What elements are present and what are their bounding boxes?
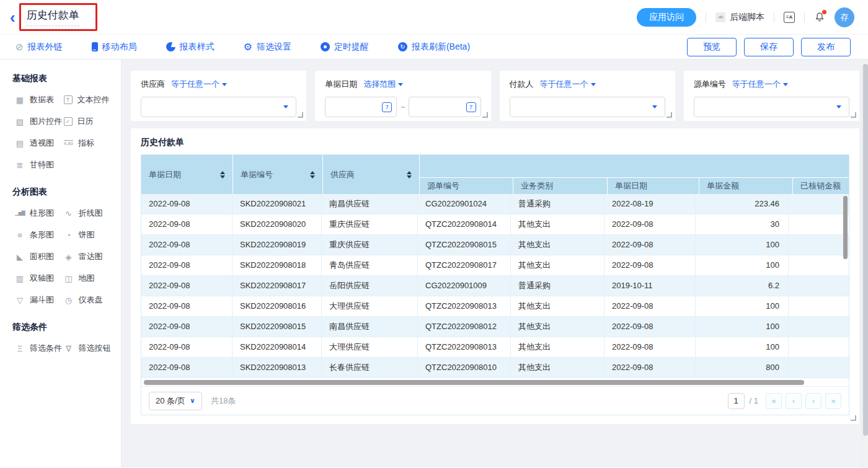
data-table-widget[interactable]: 历史付款单 单据日期 单据编号 供应商: [131, 128, 859, 424]
notification-bell-icon[interactable]: [814, 11, 825, 23]
caret-down-icon: [836, 105, 841, 111]
cell-supplier: 大理供应链: [322, 296, 418, 316]
section-title: 分析图表: [12, 187, 112, 198]
prev-page-button[interactable]: ‹: [786, 393, 802, 409]
filter-operator-link[interactable]: 选择范围: [363, 79, 403, 90]
table-title: 历史付款单: [141, 137, 849, 148]
radar-chart-icon: ◈: [64, 253, 74, 261]
toolbar-item-mobile-layout[interactable]: 移动布局: [92, 42, 137, 53]
filter-operator-link[interactable]: 等于任意一个: [171, 79, 227, 90]
toolbar-item-external-link[interactable]: ⊘ 报表外链: [16, 42, 63, 53]
table-header: 单据日期 单据编号 供应商 源单编号 业务类别 单据日期 单据: [141, 155, 849, 194]
subcolumn-header-category[interactable]: 业务类别: [513, 178, 607, 194]
sidebar-widget-item[interactable]: ≡ 条形图: [15, 229, 64, 241]
page-scrollbar[interactable]: [862, 60, 868, 468]
toolbar-item-report-refresh[interactable]: ↻ 报表刷新(Beta): [398, 42, 470, 53]
divider: [774, 12, 774, 22]
cell-settled-amount: [789, 255, 849, 275]
column-group-header: [420, 155, 849, 177]
next-page-button[interactable]: ›: [805, 393, 822, 409]
cell-doc-date: 2022-09-08: [141, 276, 232, 296]
gauge-chart-icon: ◷: [64, 296, 74, 304]
sidebar-widget-item[interactable]: ◔ 饼图: [64, 229, 113, 241]
filter-condition-icon: Ξ: [15, 345, 25, 353]
sidebar-widget-item[interactable]: ◷ 仪表盘: [64, 294, 113, 306]
sort-icon[interactable]: [407, 169, 412, 181]
sidebar-widget-item[interactable]: ◫ 地图: [64, 273, 113, 284]
page-number-input[interactable]: 1: [728, 393, 745, 409]
column-header-doc-code[interactable]: 单据编号: [233, 155, 322, 194]
cell-category: 普通采购: [511, 276, 604, 296]
sidebar-widget-item[interactable]: ≣ 甘特图: [15, 159, 64, 170]
cell-date: 2022-09-08: [604, 296, 696, 316]
cell-supplier: 岳阳供应链: [322, 276, 418, 296]
toolbar-item-report-style[interactable]: 报表样式: [166, 42, 215, 53]
filter-widget-payer[interactable]: 付款人 等于任意一个: [500, 71, 675, 121]
subcolumn-header-amount[interactable]: 单据金额: [699, 178, 792, 194]
topbar-actions: 应用访问 </> 后端脚本 ≡A 存: [637, 7, 868, 27]
section-title: 基础报表: [12, 73, 112, 84]
sidebar-widget-item[interactable]: ▦ 数据表: [15, 94, 64, 105]
date-end-input[interactable]: 7: [409, 97, 480, 117]
subcolumn-header-source-code[interactable]: 源单编号: [420, 178, 513, 194]
column-header-supplier[interactable]: 供应商: [323, 155, 419, 194]
first-page-button[interactable]: «: [766, 393, 782, 409]
page-size-select[interactable]: 20 条/页 ∨: [149, 392, 202, 410]
scrollbar-thumb[interactable]: [144, 380, 804, 385]
last-page-button[interactable]: »: [825, 393, 841, 409]
payer-select[interactable]: [510, 97, 665, 117]
filter-widget-date[interactable]: 单据日期 选择范围 7 ~ 7: [315, 71, 490, 121]
backend-script-button[interactable]: </> 后端脚本: [715, 12, 764, 23]
cell-doc-date: 2022-09-08: [141, 358, 232, 377]
contacts-icon[interactable]: ≡A: [784, 12, 795, 23]
date-start-input[interactable]: 7: [325, 97, 397, 117]
subcolumn-header-settled-amount[interactable]: 已核销金额: [793, 178, 849, 194]
caret-down-icon: [652, 105, 657, 111]
table-row: 2022-09-08 SKD20220908017 岳阳供应链 CG202209…: [141, 276, 849, 296]
filter-widget-supplier[interactable]: 供应商 等于任意一个: [131, 71, 306, 121]
sidebar-widget-item[interactable]: T 文本控件: [64, 94, 113, 105]
back-icon[interactable]: ‹: [10, 11, 16, 24]
table-row: 2022-09-08 SKD20220908016 大理供应链 QTZC2022…: [141, 296, 849, 317]
app-access-button[interactable]: 应用访问: [637, 8, 696, 27]
sort-icon[interactable]: [310, 169, 315, 181]
sidebar-widget-item[interactable]: ✓ 日历: [64, 116, 113, 127]
filter-operator-link[interactable]: 等于任意一个: [732, 79, 788, 90]
table-vertical-scrollbar[interactable]: [843, 196, 848, 259]
cell-category: 其他支出: [511, 255, 604, 275]
sidebar-widget-item[interactable]: 4,80 指标: [64, 138, 113, 149]
filter-operator-link[interactable]: 等于任意一个: [540, 79, 596, 90]
sidebar-widget-item[interactable]: ∿ 折线图: [64, 208, 113, 219]
subcolumn-header-date[interactable]: 单据日期: [608, 178, 699, 194]
preview-button[interactable]: 预览: [687, 38, 737, 56]
scrollbar-thumb[interactable]: [863, 64, 868, 436]
column-header-doc-date[interactable]: 单据日期: [141, 155, 232, 194]
toolbar-item-timed-reminder[interactable]: 定时提醒: [321, 42, 369, 53]
cell-doc-code: SKD20220908015: [232, 317, 322, 337]
calendar-icon[interactable]: 7: [466, 102, 476, 112]
sidebar-widget-item[interactable]: ▤ 透视图: [15, 138, 64, 149]
publish-button[interactable]: 发布: [801, 38, 851, 56]
total-count: 共18条: [211, 395, 236, 407]
sort-icon[interactable]: [220, 169, 225, 181]
cell-supplier: 重庆供应链: [322, 235, 418, 255]
supplier-select[interactable]: [141, 97, 296, 117]
sidebar-widget-item[interactable]: ◈ 雷达图: [64, 251, 113, 262]
sidebar-widget-item[interactable]: ∇ 筛选按钮: [64, 343, 113, 354]
save-button[interactable]: 保存: [744, 38, 794, 56]
source-code-select[interactable]: [694, 97, 849, 117]
table-horizontal-scrollbar[interactable]: [141, 378, 849, 386]
sidebar-widget-item[interactable]: ▧ 图片控件: [15, 116, 64, 127]
cell-amount: 100: [696, 235, 789, 255]
sidebar-widget-item[interactable]: ▁▅▇ 柱形图: [15, 208, 64, 219]
calendar-icon[interactable]: 7: [382, 102, 392, 112]
sidebar-widget-item[interactable]: ▽ 漏斗图: [15, 294, 64, 306]
report-title-field[interactable]: 历史付款单: [27, 8, 79, 26]
avatar[interactable]: 存: [835, 7, 854, 27]
cell-amount: 223.46: [696, 194, 789, 214]
filter-widget-source-code[interactable]: 源单编号 等于任意一个: [684, 71, 859, 121]
toolbar-item-filter-settings[interactable]: ⚙ 筛选设置: [244, 42, 291, 53]
sidebar-widget-item[interactable]: ◣ 面积图: [15, 251, 64, 262]
sidebar-widget-item[interactable]: ▥ 双轴图: [15, 273, 64, 284]
sidebar-widget-item[interactable]: Ξ 筛选条件: [15, 343, 64, 354]
